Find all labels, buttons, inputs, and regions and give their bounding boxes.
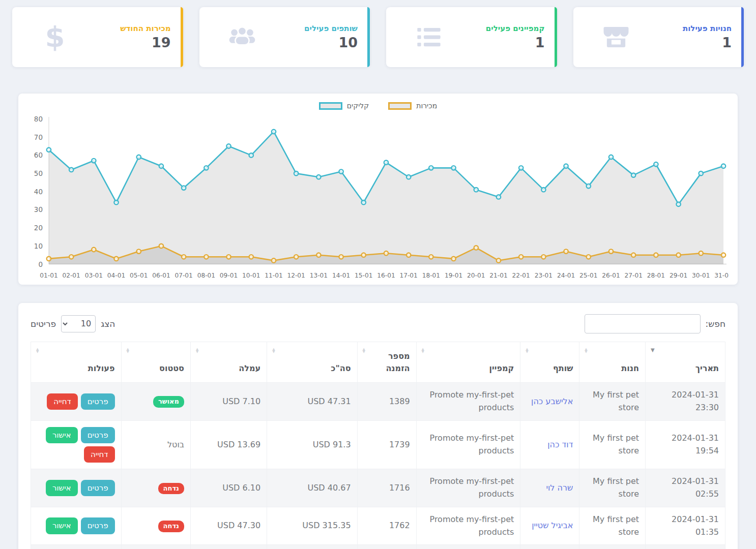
length-prefix-label: הצג	[101, 319, 115, 329]
reject-button[interactable]: דחייה	[84, 446, 115, 463]
y-tick-label: 70	[34, 133, 43, 141]
cell-total: USD 47.31	[267, 383, 357, 421]
column-header-label: סה"כ	[331, 363, 351, 373]
page-length-select[interactable]: 10	[61, 315, 96, 332]
details-button[interactable]: פרטים	[81, 480, 115, 496]
column-header-label: חנות	[621, 363, 639, 373]
data-point	[114, 257, 118, 261]
legend-label: מכירות	[416, 102, 437, 110]
table-row: 2024-01-31 19:54My first pet storeדוד כה…	[31, 420, 725, 469]
cell-campaign: Promote my-first-pet products	[416, 469, 520, 507]
data-point	[699, 171, 703, 175]
cell-date	[646, 545, 725, 549]
data-point	[92, 159, 96, 163]
cell-status: נדחה	[121, 469, 191, 507]
sort-icon: ▲▼	[127, 348, 129, 354]
data-point	[474, 188, 478, 192]
details-button[interactable]: פרטים	[81, 393, 115, 410]
card-accent-bar	[367, 7, 370, 67]
column-header-status[interactable]: ▲▼סטטוס	[121, 342, 191, 383]
data-point	[339, 169, 343, 173]
data-point	[564, 164, 568, 168]
x-tick-label: 26-01	[602, 272, 620, 279]
series-area	[49, 132, 723, 264]
x-tick-label: 01-01	[40, 272, 57, 279]
column-header-date[interactable]: ▼תאריך	[646, 342, 725, 383]
x-tick-label: 28-01	[647, 272, 665, 279]
x-tick-label: 19-01	[445, 272, 462, 279]
column-header-store[interactable]: ▲▼חנות	[579, 342, 646, 383]
cell-total: USD 315.35	[267, 507, 357, 545]
partner-link[interactable]: שרה לוי	[546, 483, 573, 493]
column-header-total[interactable]: ▲▼סה"כ	[267, 342, 357, 383]
data-point	[721, 253, 725, 257]
data-point	[654, 162, 658, 166]
partner-link[interactable]: אלישבע כהן	[531, 396, 573, 406]
sort-icon: ▲▼	[585, 348, 587, 354]
stat-card-1: קמפיינים פעילים1	[386, 7, 557, 67]
data-point	[609, 155, 613, 159]
cell-commission: USD 47.30	[191, 507, 267, 545]
cell-partner: שרה לוי	[520, 469, 579, 507]
approve-button[interactable]: אישור	[46, 517, 78, 534]
partner-link[interactable]: אביגיל שטיין	[532, 521, 573, 530]
cell-order: 1389	[357, 383, 416, 421]
data-point	[609, 249, 613, 253]
column-header-commission[interactable]: ▲▼עמלה	[191, 342, 267, 383]
sort-icon: ▲▼	[526, 348, 528, 354]
column-header-partner[interactable]: ▲▼שותף	[520, 342, 579, 383]
table-search: חפש:	[585, 314, 726, 333]
cell-actions: פרטיםאישור	[31, 545, 122, 549]
reject-button[interactable]: דחייה	[47, 393, 78, 410]
action-buttons: פרטיםאישור	[37, 517, 115, 534]
orders-table-panel: חפש: הצג 10 פריטים ▼תאריך▲▼חנות▲▼שותף▲▼ק…	[18, 303, 738, 549]
data-point	[406, 175, 411, 179]
stat-card-2: שותפים פעילים10	[199, 7, 370, 67]
details-button[interactable]: פרטים	[81, 427, 115, 443]
data-point	[47, 257, 51, 261]
stat-card-value: 1	[632, 35, 732, 50]
table-controls: חפש: הצג 10 פריטים	[31, 314, 725, 333]
cell-order: 1762	[357, 507, 416, 545]
cell-actions: פרטיםאישורדחייה	[31, 420, 122, 469]
x-tick-label: 10-01	[242, 272, 260, 279]
column-header-campaign[interactable]: ▲▼קמפיין	[416, 342, 520, 383]
details-button[interactable]: פרטים	[81, 517, 115, 534]
cell-store	[579, 545, 646, 549]
data-point	[137, 155, 141, 159]
stat-card-body: שותפים פעילים10	[258, 24, 358, 50]
cell-total: USD 91.3	[267, 420, 357, 469]
approve-button[interactable]: אישור	[46, 427, 78, 443]
action-buttons: פרטיםדחייה	[37, 393, 115, 410]
data-point	[587, 255, 591, 259]
stat-card-body: מכירות החודש19	[71, 24, 171, 50]
legend-item-1[interactable]: מכירות	[388, 102, 437, 110]
stat-cards-row: חנויות פעילות1קמפיינים פעילים1שותפים פעי…	[12, 7, 744, 67]
status-badge: נדחה	[158, 521, 184, 532]
data-point	[249, 153, 253, 157]
x-tick-label: 25-01	[579, 272, 597, 279]
cell-total: USD 40.67	[267, 469, 357, 507]
stat-card-0: חנויות פעילות1	[573, 7, 744, 67]
column-header-actions[interactable]: ▲▼פעולות	[31, 342, 122, 383]
cell-campaign: Promote my-first-pet products	[416, 507, 520, 545]
x-tick-label: 05-01	[130, 272, 148, 279]
data-point	[541, 188, 545, 192]
approve-button[interactable]: אישור	[46, 480, 78, 496]
status-text: בוטל	[167, 440, 184, 449]
legend-label: קליקים	[347, 102, 369, 110]
data-point	[294, 255, 298, 259]
cell-date: 2024-01-31 19:54	[646, 420, 725, 469]
y-tick-label: 40	[34, 188, 43, 196]
partner-link[interactable]: דוד כהן	[547, 440, 573, 449]
data-point	[362, 200, 366, 204]
legend-item-0[interactable]: קליקים	[319, 102, 369, 110]
cell-campaign: Promote my-first-pet products	[416, 420, 520, 469]
x-tick-label: 13-01	[310, 272, 328, 279]
cell-status: בוטל	[121, 420, 191, 469]
search-input[interactable]	[585, 314, 701, 333]
data-point	[92, 248, 96, 252]
column-header-order[interactable]: ▲▼מספר הזמנה	[357, 342, 416, 383]
column-header-label: סטטוס	[159, 363, 184, 373]
stat-card-body: קמפיינים פעילים1	[445, 24, 545, 50]
